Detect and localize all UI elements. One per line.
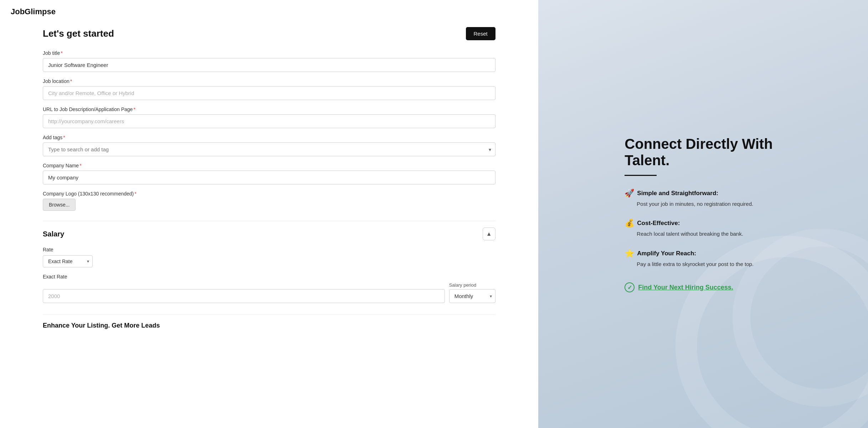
rate-select[interactable]: Exact Rate Range	[43, 255, 93, 267]
tags-wrapper: ▾	[43, 142, 495, 156]
right-content: Connect Directly With Talent. 🚀 Simple a…	[600, 114, 806, 314]
salary-header: Salary ▲	[43, 228, 495, 240]
exact-rate-label: Exact Rate	[43, 274, 495, 280]
period-select[interactable]: Monthly Yearly Weekly Daily Hourly	[449, 289, 495, 303]
required-star: *	[61, 50, 62, 56]
feature-title-1: Simple and Straightforward:	[637, 190, 718, 197]
tags-input[interactable]	[43, 142, 495, 156]
form-container: Let's get started Reset Job title* Job l…	[0, 24, 538, 344]
money-emoji: 💰	[625, 219, 634, 228]
cta-link-row: ✓ Find Your Next Hiring Success.	[625, 282, 781, 292]
feature-item-1: 🚀 Simple and Straightforward: Post your …	[625, 189, 781, 208]
chevron-up-icon: ▲	[486, 231, 492, 237]
salary-period-wrap: Salary period Monthly Yearly Weekly Dail…	[449, 282, 495, 303]
job-location-group: Job location*	[43, 78, 495, 100]
required-star: *	[70, 78, 72, 84]
app-logo: JobGlimpse	[11, 7, 56, 16]
right-title: Connect Directly With Talent.	[625, 136, 781, 168]
job-location-input[interactable]	[43, 86, 495, 100]
feature-title-row-2: 💰 Cost-Effective:	[625, 219, 781, 228]
form-title: Let's get started	[43, 28, 114, 39]
url-label: URL to Job Description/Application Page*	[43, 106, 495, 112]
logo-bar: JobGlimpse	[0, 0, 538, 24]
salary-input-wrap	[43, 289, 445, 303]
right-divider	[625, 175, 657, 176]
company-logo-label: Company Logo (130x130 recommended)*	[43, 191, 495, 197]
enhance-title: Enhance Your Listing. Get More Leads	[43, 322, 160, 329]
rocket-emoji: 🚀	[625, 189, 634, 198]
salary-section: Salary ▲ Rate Exact Rate Range ▾ Exact R…	[43, 221, 495, 303]
reset-button[interactable]: Reset	[466, 27, 495, 40]
company-name-group: Company Name*	[43, 163, 495, 184]
tags-label: Add tags*	[43, 135, 495, 140]
enhance-section: Enhance Your Listing. Get More Leads	[43, 314, 495, 329]
salary-amount-input[interactable]	[43, 289, 445, 303]
salary-period-label: Salary period	[449, 282, 495, 288]
salary-collapse-button[interactable]: ▲	[483, 228, 495, 240]
feature-desc-2: Reach local talent without breaking the …	[625, 230, 781, 238]
company-name-input[interactable]	[43, 171, 495, 184]
cta-check-icon: ✓	[625, 282, 635, 292]
rate-label: Rate	[43, 247, 495, 252]
salary-row: Salary period Monthly Yearly Weekly Dail…	[43, 282, 495, 303]
salary-title: Salary	[43, 230, 64, 238]
url-group: URL to Job Description/Application Page*	[43, 106, 495, 128]
feature-desc-3: Pay a little extra to skyrocket your pos…	[625, 260, 781, 268]
job-title-label: Job title*	[43, 50, 495, 56]
job-title-input[interactable]	[43, 58, 495, 72]
url-input[interactable]	[43, 114, 495, 128]
left-panel: JobGlimpse Let's get started Reset Job t…	[0, 0, 538, 428]
feature-title-2: Cost-Effective:	[637, 220, 680, 227]
feature-title-3: Amplify Your Reach:	[637, 250, 696, 257]
form-header: Let's get started Reset	[43, 27, 495, 40]
browse-button[interactable]: Browse...	[43, 199, 76, 211]
job-title-group: Job title*	[43, 50, 495, 72]
cta-link[interactable]: Find Your Next Hiring Success.	[638, 284, 733, 291]
feature-title-row-1: 🚀 Simple and Straightforward:	[625, 189, 781, 198]
feature-item-3: ⭐ Amplify Your Reach: Pay a little extra…	[625, 249, 781, 268]
feature-title-row-3: ⭐ Amplify Your Reach:	[625, 249, 781, 258]
tags-group: Add tags* ▾	[43, 135, 495, 156]
feature-item-2: 💰 Cost-Effective: Reach local talent wit…	[625, 219, 781, 238]
feature-desc-1: Post your job in minutes, no registratio…	[625, 200, 781, 208]
company-logo-group: Company Logo (130x130 recommended)* Brow…	[43, 191, 495, 211]
required-star: *	[133, 106, 135, 112]
required-star: *	[79, 163, 81, 168]
required-star: *	[134, 191, 136, 197]
period-select-wrapper: Monthly Yearly Weekly Daily Hourly ▾	[449, 289, 495, 303]
required-star: *	[63, 135, 65, 140]
company-name-label: Company Name*	[43, 163, 495, 168]
rate-select-wrapper: Exact Rate Range ▾	[43, 255, 93, 267]
right-panel: Connect Directly With Talent. 🚀 Simple a…	[538, 0, 868, 428]
star-emoji: ⭐	[625, 249, 634, 258]
job-location-label: Job location*	[43, 78, 495, 84]
